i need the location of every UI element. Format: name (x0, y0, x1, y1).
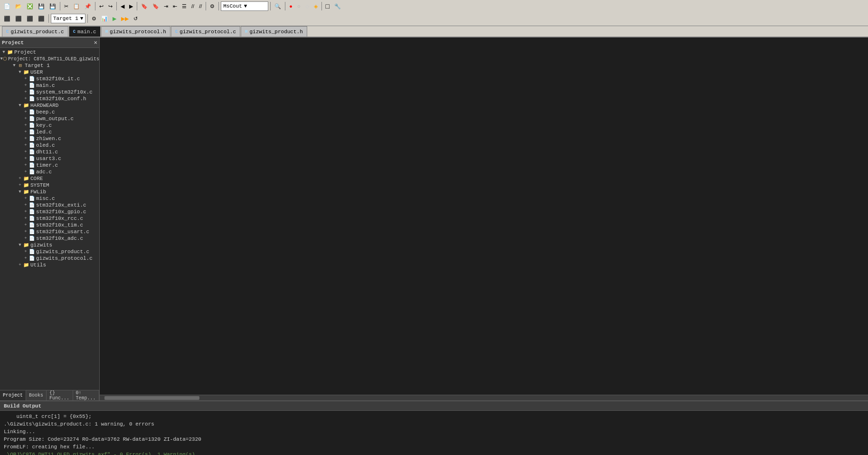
target-dropdown[interactable]: Target 1 ▼ (51, 14, 85, 23)
tab-gizwits-protocol-c[interactable]: C gizwits_protocol.c (171, 26, 240, 37)
tree-folder-gizwits[interactable]: ▼ 📁 gizwits (0, 242, 99, 248)
bookmark2-btn[interactable]: 🔖 (151, 1, 161, 11)
rebuild-btn[interactable]: ⬛ (36, 14, 47, 23)
settings-btn[interactable]: 🔧 (332, 1, 343, 11)
sidebar-tab-project[interactable]: Project (0, 390, 26, 400)
tree-file-beep[interactable]: + 📄 beep.c (0, 109, 99, 115)
manage-btn[interactable]: 📊 (99, 14, 110, 23)
sidebar-tab-books[interactable]: Books (26, 390, 47, 400)
mscout-label: MsCout (223, 3, 242, 9)
comment-btn[interactable]: // (189, 1, 196, 11)
forward-btn[interactable]: ▶ (127, 1, 135, 11)
tree-file-pwm[interactable]: + 📄 pwm_output.c (0, 115, 99, 122)
tree-arrow-oled: + (23, 143, 28, 148)
unindent-btn[interactable]: ⇤ (171, 1, 179, 11)
tree-folder-fwlib[interactable]: ▼ 📁 FWLib (0, 189, 99, 195)
tree-folder-user[interactable]: ▼ 📁 USER (0, 69, 99, 76)
tree-label-led: led.c (36, 129, 52, 135)
sidebar-tab-func[interactable]: {} Func... (47, 390, 73, 400)
format-btn[interactable]: ☰ (180, 1, 189, 11)
undo-btn[interactable]: ↩ (97, 1, 105, 11)
tree-file-adc[interactable]: + 📄 adc.c (0, 169, 99, 175)
tab-gizwits-protocol-h[interactable]: H gizwits_protocol.h (101, 26, 170, 37)
save-btn[interactable]: 💾 (36, 1, 47, 11)
tree-file-timer[interactable]: + 📄 timer.c (0, 162, 99, 169)
new-file-btn[interactable]: 📄 (2, 1, 12, 11)
step2-btn[interactable]: ◈ (312, 1, 320, 11)
tree-file-key[interactable]: + 📄 key.c (0, 122, 99, 129)
tree-folder-hardware[interactable]: ▼ 📁 HARDWEARD (0, 102, 99, 109)
code-scroll[interactable] (100, 38, 868, 395)
monitor-btn[interactable]: □ (324, 1, 331, 11)
tree-label-misc: misc.c (36, 196, 55, 201)
tab-main-c[interactable]: C main.c (69, 26, 101, 37)
sidebar-close-btn[interactable]: × (94, 39, 97, 46)
tree-project-name[interactable]: ▼ ⬡ Project: C8T6_DHT11_OLED_gizwits (0, 56, 99, 62)
tree-folder-utils[interactable]: + 📁 Utils (0, 262, 99, 268)
save-all-btn[interactable]: 💾 (47, 1, 58, 11)
tree-file-rcc[interactable]: + 📄 stm32f10x_rcc.c (0, 215, 99, 222)
step-btn[interactable]: ◇ (303, 1, 311, 11)
sep5 (206, 2, 206, 10)
tree-file-oled[interactable]: + 📄 oled.c (0, 142, 99, 149)
tree-file-giz-product[interactable]: + 📄 gizwits_product.c (0, 248, 99, 255)
sep6 (218, 2, 219, 10)
horizontal-scrollbar[interactable] (100, 395, 868, 400)
build-output-content[interactable]: uint8_t crc[1] = {0x55}; .\Gizwits\gizwi… (0, 411, 868, 455)
tree-file-stm32it[interactable]: + 📄 stm32f10x_it.c (0, 76, 99, 82)
tree-project-root[interactable]: ▼ 📁 Project (0, 49, 99, 56)
tree-file-usart3[interactable]: + 📄 usart3.c (0, 155, 99, 162)
file-icon-giz-protocol: 📄 (28, 256, 35, 261)
target-label: Target 1 (53, 16, 78, 21)
tree-file-conf[interactable]: + 📄 stm32f10x_conf.h (0, 95, 99, 102)
tree-arrow-gpio: + (23, 209, 28, 214)
tree-file-usart[interactable]: + 📄 stm32f10x_usart.c (0, 228, 99, 235)
tree-file-zhiwen[interactable]: + 📄 zhiwen.c (0, 135, 99, 142)
translate-btn[interactable]: ⬛ (25, 14, 35, 23)
copy-btn[interactable]: 📋 (71, 1, 82, 11)
tree-file-led[interactable]: + 📄 led.c (0, 129, 99, 135)
sidebar-tab-template[interactable]: 0↑ Temp... (73, 390, 99, 400)
indent-btn[interactable]: ⇥ (162, 1, 170, 11)
tree-file-gpio[interactable]: + 📄 stm32f10x_gpio.c (0, 209, 99, 215)
uncomment-btn[interactable]: // (197, 1, 204, 11)
tree-file-dht11[interactable]: + 📄 dht11.c (0, 149, 99, 155)
options-btn[interactable]: ⚙ (90, 14, 98, 23)
bookmark-btn[interactable]: 🔖 (139, 1, 150, 11)
tree-file-adcfw[interactable]: + 📄 stm32f10x_adc.c (0, 235, 99, 242)
tree-file-system[interactable]: + 📄 system_stm32f10x.c (0, 89, 99, 95)
run-debug-btn[interactable]: ● (287, 1, 294, 11)
tree-file-misc[interactable]: + 📄 misc.c (0, 195, 99, 202)
close-btn[interactable]: ❎ (25, 1, 35, 11)
tree-file-tim[interactable]: + 📄 stm32f10x_tim.c (0, 222, 99, 228)
redo-btn[interactable]: ↪ (106, 1, 114, 11)
tree-folder-core[interactable]: + 📁 CORE (0, 175, 99, 182)
debug-reset-btn[interactable]: ↺ (132, 14, 140, 23)
macro-btn[interactable]: ⚙ (208, 1, 217, 11)
output-line-6: .\OBJ\C8T6_DHT11_OLED_gizwits.axf" - 0 E… (4, 451, 864, 455)
cut-btn[interactable]: ✂ (62, 1, 70, 11)
tab-gizwits-product-h[interactable]: H gizwits_product.h (241, 26, 307, 37)
search-btn[interactable]: 🔍 (273, 1, 283, 11)
debug-next-btn[interactable]: ▶▶ (119, 14, 131, 23)
stop-debug-btn[interactable]: ○ (295, 1, 302, 11)
debug-start-btn[interactable]: ▶ (111, 14, 118, 23)
file-icon-adcfw: 📄 (28, 236, 35, 241)
tree-target1[interactable]: ▼ ⊞ Target 1 (0, 62, 99, 69)
sep10 (48, 14, 49, 23)
tree-file-exti[interactable]: + 📄 stm32f10x_exti.c (0, 202, 99, 209)
tree-folder-system[interactable]: + 📁 SYSTEM (0, 182, 99, 189)
tree-arrow-target1: ▼ (11, 63, 17, 68)
back-btn[interactable]: ◀ (119, 1, 126, 11)
tree-file-mainc[interactable]: + 📄 main.c (0, 82, 99, 89)
paste-btn[interactable]: 📌 (83, 1, 93, 11)
hscroll-thumb[interactable] (104, 396, 199, 400)
build-all-btn[interactable]: ⬛ (2, 14, 12, 23)
output-line-5: FromELF: creating hex file... (4, 443, 864, 451)
tree-file-giz-protocol[interactable]: + 📄 gizwits_protocol.c (0, 255, 99, 262)
tab-gizwits-product-c[interactable]: C gizwits_product.c (2, 26, 68, 37)
tabbar: C gizwits_product.c C main.c H gizwits_p… (0, 26, 868, 38)
build-btn[interactable]: ⬛ (13, 14, 24, 23)
mscout-dropdown[interactable]: MsCout ▼ (221, 1, 268, 11)
open-btn[interactable]: 📂 (13, 1, 24, 11)
